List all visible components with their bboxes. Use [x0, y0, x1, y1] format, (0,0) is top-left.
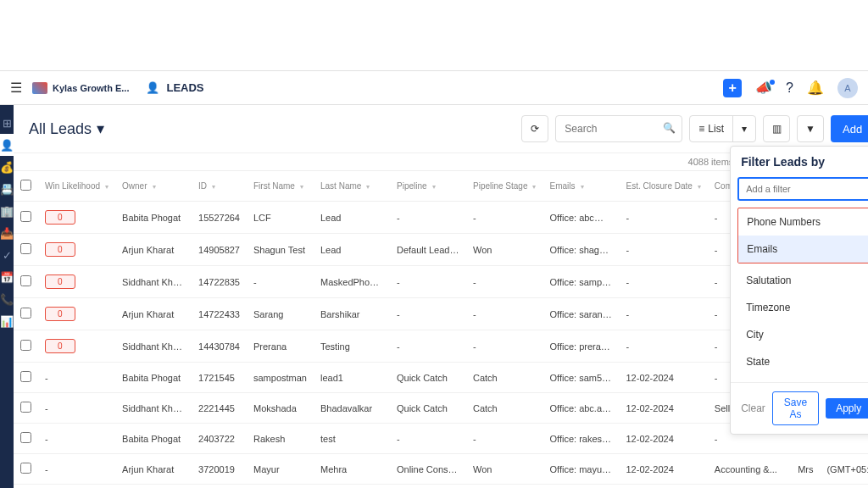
table-row[interactable]: -Arjun Kharat3720019MayurMehraOnline Con…: [14, 454, 868, 485]
row-checkbox[interactable]: [20, 243, 31, 254]
filter-panel-title: Filter Leads by: [741, 155, 825, 169]
view-title-text: All Leads: [29, 120, 92, 138]
filter-button[interactable]: ▼: [797, 115, 824, 142]
filter-options-highlighted: Phone NumbersEmails: [737, 208, 868, 263]
filter-saveas-button[interactable]: Save As: [772, 391, 819, 425]
bell-icon[interactable]: 🔔: [807, 80, 824, 96]
list-view-option[interactable]: ≡List: [690, 116, 732, 141]
avatar[interactable]: A: [837, 78, 858, 98]
column-header[interactable]: Owner▾: [115, 171, 192, 202]
sidebar-deals-icon[interactable]: 💰: [0, 156, 14, 178]
filter-option[interactable]: City: [737, 321, 868, 348]
refresh-button[interactable]: ⟳: [521, 115, 548, 142]
breadcrumb-text: LEADS: [166, 81, 203, 94]
row-checkbox[interactable]: [20, 211, 31, 222]
filter-apply-button[interactable]: Apply: [826, 398, 868, 419]
column-header[interactable]: Emails▾: [542, 171, 619, 202]
column-header[interactable]: Est. Closure Date▾: [619, 171, 707, 202]
sidebar-calendar-icon[interactable]: 📅: [0, 266, 14, 288]
view-mode-chevron[interactable]: ▾: [732, 116, 755, 141]
sidebar-tasks-icon[interactable]: ✓: [0, 244, 14, 266]
columns-button[interactable]: ▥: [763, 115, 790, 142]
sidebar-contacts-icon[interactable]: 📇: [0, 178, 14, 200]
row-checkbox[interactable]: [20, 275, 31, 286]
chevron-down-icon: ▾: [97, 119, 104, 138]
filter-option[interactable]: State: [737, 348, 868, 375]
filter-options-more: SalutationTimezoneCityState: [731, 263, 868, 382]
person-icon: 👤: [146, 81, 159, 94]
brand-logo: [32, 82, 47, 94]
filter-option[interactable]: Salutation: [737, 267, 868, 294]
global-add-button[interactable]: +: [723, 79, 742, 97]
column-header[interactable]: Pipeline▾: [390, 171, 466, 202]
sidebar-leads-icon[interactable]: 👤: [0, 134, 14, 156]
column-header[interactable]: Win Likelihood▾: [38, 171, 115, 202]
view-mode-toggle[interactable]: ≡List ▾: [689, 115, 756, 142]
search-icon[interactable]: 🔍: [663, 122, 676, 134]
column-header[interactable]: Pipeline Stage▾: [466, 171, 543, 202]
sidebar: ⊞ 👤 💰 📇 🏢 📥 ✓ 📅 📞 📊: [0, 105, 14, 488]
menu-icon[interactable]: ☰: [10, 80, 22, 96]
breadcrumb: 👤 LEADS: [146, 81, 203, 94]
column-header[interactable]: Last Name▾: [314, 171, 390, 202]
filter-panel: Filter Leads by › + Phone NumbersEmails …: [730, 146, 868, 435]
sidebar-calls-icon[interactable]: 📞: [0, 288, 14, 310]
help-icon[interactable]: ?: [786, 80, 793, 96]
row-checkbox[interactable]: [20, 340, 31, 351]
filter-option[interactable]: Emails: [738, 236, 868, 263]
sidebar-reports-icon[interactable]: 📊: [0, 310, 14, 332]
view-title-dropdown[interactable]: All Leads ▾: [29, 119, 104, 138]
megaphone-icon[interactable]: 📣: [755, 80, 772, 96]
sidebar-archive-icon[interactable]: 📥: [0, 222, 14, 244]
filter-option[interactable]: Timezone: [737, 294, 868, 321]
sidebar-companies-icon[interactable]: 🏢: [0, 200, 14, 222]
row-checkbox[interactable]: [20, 432, 31, 443]
sidebar-dashboard-icon[interactable]: ⊞: [0, 112, 14, 134]
select-all-checkbox[interactable]: [20, 180, 31, 191]
filter-option[interactable]: Phone Numbers: [738, 208, 868, 236]
row-checkbox[interactable]: [20, 308, 31, 319]
row-checkbox[interactable]: [20, 402, 31, 413]
filter-clear-button[interactable]: Clear: [741, 402, 765, 414]
row-checkbox[interactable]: [20, 371, 31, 382]
add-button[interactable]: Add: [831, 115, 868, 142]
column-header[interactable]: First Name▾: [247, 171, 314, 202]
brand[interactable]: Kylas Growth E...: [32, 82, 129, 94]
row-checkbox[interactable]: [20, 463, 31, 474]
filter-input[interactable]: [737, 177, 868, 201]
brand-name: Kylas Growth E...: [53, 83, 129, 93]
column-header[interactable]: ID▾: [192, 171, 247, 202]
topbar: ☰ Kylas Growth E... 👤 LEADS + 📣 ? 🔔 A: [0, 71, 868, 105]
